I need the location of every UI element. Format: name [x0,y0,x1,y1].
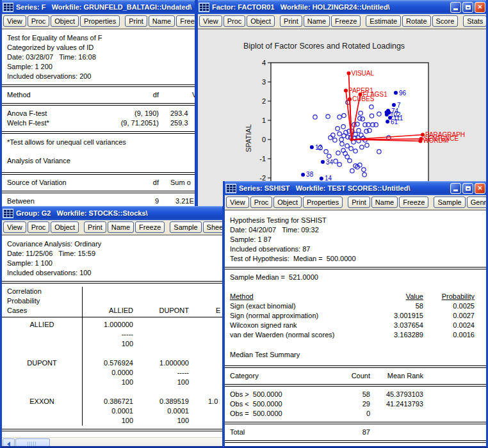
chart-title: Biplot of Factor Scores and Rotated Load… [243,42,405,51]
toolbar-button-score[interactable]: Score [432,15,459,27]
toolbar-button-name[interactable]: Name [304,15,330,27]
col-header: Method [7,90,31,100]
table-header-row: Category Count Mean Rank [225,371,486,381]
scrollbar-thumb[interactable] [15,438,50,448]
g2-titlebar[interactable]: Group: G2 Workfile: STOCKS::Stocks\ [0,206,224,220]
cell: Between [7,196,35,206]
toolbar-button-print[interactable]: Print [125,15,147,27]
table-header-row: Source of Variation df Sum o [2,178,195,188]
toolbar-button-estimate[interactable]: Estimate [366,15,401,27]
cell: van der Waerden (normal scores) [230,330,334,340]
toolbar-button-stats[interactable]: Stats [463,15,487,27]
minimize-button[interactable] [450,183,461,194]
separator [2,84,195,87]
col-header: df [98,90,159,100]
separator [225,422,486,424]
toolbar-button-sample[interactable]: Sample [434,196,465,208]
output-line: Date: 04/20/07 Time: 09:32 [225,225,486,235]
toolbar-button-freeze[interactable]: Freeze [176,15,197,27]
group-window-icon [3,209,13,218]
score-label: 61 [391,118,398,125]
table-row: Anova F-test (9, 190) 293.4 [2,109,195,118]
scroll-left-button[interactable] [3,438,15,448]
factor-titlebar[interactable]: Factor: FACTOR01 Workfile: HOLZINGR24::U… [196,0,488,14]
toolbar-button-view[interactable]: View [3,15,26,27]
toolbar-button-proc[interactable]: Proc [250,196,273,208]
toolbar-button-object[interactable]: Object [51,15,79,27]
g2-toolbar: ViewProcObjectPrintNameFreezeSampleSheet… [2,220,222,235]
toolbar-button-freeze[interactable]: Freeze [331,15,361,27]
table-row: Between 9 3.21E [2,196,195,206]
maximize-button[interactable] [462,183,473,194]
toolbar-button-sample[interactable]: Sample [170,221,201,233]
cell: 3.21E [175,196,194,206]
toolbar-button-proc[interactable]: Proc [28,15,50,27]
separator [2,317,222,317]
toolbar-button-print[interactable]: Print [348,196,370,208]
cell: Welch F-test* [7,118,49,128]
cell: Wilcoxon signed rank [230,321,297,330]
toolbar-button-sheet[interactable]: Sheet [203,221,224,233]
close-button[interactable]: ✕ [475,2,485,13]
toolbar-button-freeze[interactable]: Freeze [399,196,428,208]
row-label: ALLIED [2,320,82,330]
factor-toolbar: ViewProcObjectPrintNameFreezeEstimateRot… [198,14,486,29]
output-line: Sample: 1 100 [2,259,222,268]
factor-title: Factor: FACTOR01 Workfile: HOLZINGR24::U… [212,3,448,11]
table-row: ALLIED 1.000000 [2,320,222,330]
cell: 0.0001 [131,406,189,416]
table-row: Obs > 500.0000 58 45.3793103 [225,390,486,399]
g2-content: Covariance Analysis: Ordinary Date: 11/2… [2,235,222,448]
cell: Total [230,428,245,437]
separator [2,429,222,431]
separator [2,281,222,284]
toolbar-button-name[interactable]: Name [149,15,175,27]
cell: ----- [76,330,133,339]
scroll-left-arrow-icon [7,442,10,447]
output-line: Sample: 1 87 [225,235,486,244]
toolbar-button-name[interactable]: Name [108,221,134,233]
series-f-titlebar[interactable]: Series: F Workfile: GRUNFELD_BALTAGI::Un… [0,0,197,14]
table-row: Total 87 [225,428,486,437]
toolbar-button-proc[interactable]: Proc [28,221,50,233]
toolbar-button-view[interactable]: View [3,221,26,233]
g2-title: Group: G2 Workfile: STOCKS::Stocks\ [16,209,222,217]
toolbar-button-view[interactable]: View [199,15,222,27]
cell: (9, 190) [98,109,159,118]
toolbar-button-view[interactable]: View [226,196,249,208]
toolbar-button-properties[interactable]: Properties [303,196,343,208]
toolbar-button-properties[interactable]: Properties [80,15,120,27]
maximize-button[interactable] [462,2,473,13]
toolbar-button-proc[interactable]: Proc [224,15,246,27]
toolbar-button-genr[interactable]: Genr [467,196,488,208]
toolbar-button-object[interactable]: Object [247,15,275,27]
col-header: df [98,178,159,188]
horizontal-scrollbar[interactable] [2,437,222,448]
col-header: Method [230,292,254,301]
col-header: Source of Variation [7,178,67,188]
table-header-row: Cases ALLIED DUPONT E [2,306,222,316]
cell: 1.000000 [76,320,133,330]
toolbar-button-object[interactable]: Object [273,196,302,208]
cell: Obs = 500.0000 [230,409,282,419]
table-row: EXXON 0.386721 0.389519 1.0 [2,397,222,406]
minimize-button[interactable] [450,2,461,13]
toolbar-button-freeze[interactable]: Freeze [135,221,165,233]
toolbar-button-rotate[interactable]: Rotate [402,15,430,27]
output-line: Categorized by values of ID [2,43,195,52]
close-button[interactable]: ✕ [475,183,485,194]
toolbar-button-print[interactable]: Print [84,221,106,233]
header-stack-line: Correlation [7,287,42,296]
cell: Obs < 500.0000 [230,399,282,409]
toolbar-button-print[interactable]: Print [280,15,302,27]
window-series-f: Series: F Workfile: GRUNFELD_BALTAGI::Un… [0,0,197,209]
correlation-table: Correlation Probability Cases ALLIED DUP… [2,287,222,426]
sshist-titlebar[interactable]: Series: SSHIST Workfile: TEST SCORES::Un… [223,181,488,195]
loading-label: CUBES [352,95,375,102]
toolbar-button-name[interactable]: Name [371,196,398,208]
separator [2,131,195,134]
col-header: Probability [404,292,475,301]
y-tick-label: -1 [259,155,266,163]
toolbar-button-object[interactable]: Object [51,221,79,233]
cell: 0.0025 [404,301,475,311]
